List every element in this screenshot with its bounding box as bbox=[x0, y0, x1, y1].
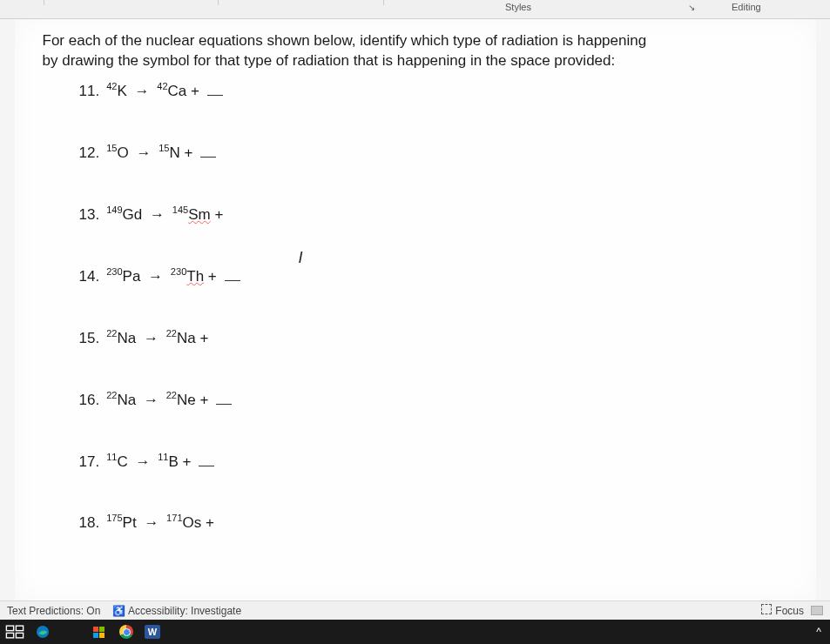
problem-18: 18. 175Pt → 171Os + bbox=[79, 513, 788, 533]
equation: 230Pa → 230Th + bbox=[106, 267, 240, 287]
problem-13: 13. 149Gd → 145Sm + bbox=[79, 205, 788, 225]
equation: 175Pt → 171Os + bbox=[106, 513, 214, 533]
arrow-icon: → bbox=[150, 206, 165, 223]
edge-browser-icon[interactable] bbox=[33, 624, 52, 640]
intro-text: For each of the nuclear equations shown … bbox=[43, 31, 788, 71]
arrow-icon: → bbox=[144, 514, 159, 531]
equation: 11C → 11B + bbox=[106, 453, 214, 473]
answer-blank[interactable] bbox=[225, 280, 240, 281]
chrome-browser-icon[interactable] bbox=[117, 624, 136, 640]
arrow-icon: → bbox=[136, 144, 151, 161]
intro-line: For each of the nuclear equations shown … bbox=[43, 31, 788, 51]
problem-number: 15. bbox=[79, 329, 100, 349]
problem-number: 13. bbox=[79, 205, 100, 225]
ribbon-bottom-row: Styles ↘ Editing bbox=[0, 0, 830, 19]
task-view-icon[interactable] bbox=[5, 624, 24, 640]
problem-number: 18. bbox=[79, 513, 100, 533]
equation: 22Na → 22Ne + bbox=[106, 391, 232, 411]
word-app-icon[interactable]: W bbox=[145, 625, 160, 639]
text-cursor-icon: I bbox=[299, 247, 303, 268]
problem-16: 16. 22Na → 22Ne + bbox=[79, 391, 788, 411]
focus-icon bbox=[761, 604, 772, 614]
read-mode-icon[interactable] bbox=[811, 606, 823, 615]
arrow-icon: → bbox=[144, 392, 159, 408]
arrow-icon: → bbox=[135, 83, 150, 99]
focus-mode-button[interactable]: Focus bbox=[761, 604, 804, 617]
equation: 15O → 15N + bbox=[106, 144, 216, 164]
svg-rect-1 bbox=[16, 626, 23, 631]
problem-number: 12. bbox=[79, 144, 100, 164]
problem-number: 16. bbox=[79, 391, 100, 411]
document-page: For each of the nuclear equations shown … bbox=[15, 19, 816, 600]
status-bar: Text Predictions: On ♿ Accessibility: In… bbox=[0, 600, 830, 620]
file-explorer-icon[interactable] bbox=[61, 624, 80, 640]
microsoft-store-icon[interactable] bbox=[89, 624, 108, 640]
styles-dialog-launcher-icon[interactable]: ↘ bbox=[688, 3, 698, 13]
arrow-icon: → bbox=[144, 330, 159, 346]
answer-blank[interactable] bbox=[216, 404, 232, 405]
equation: 42K → 42Ca + bbox=[106, 82, 223, 102]
problem-14: 14. 230Pa → 230Th + bbox=[79, 267, 788, 287]
arrow-icon: → bbox=[135, 453, 150, 470]
answer-blank[interactable] bbox=[207, 95, 223, 96]
svg-rect-0 bbox=[6, 626, 13, 631]
taskbar: W ^ bbox=[0, 620, 830, 644]
svg-rect-2 bbox=[6, 633, 13, 638]
intro-line: by drawing the symbol for that type of r… bbox=[43, 51, 788, 71]
problem-number: 11. bbox=[79, 82, 100, 102]
answer-blank[interactable] bbox=[200, 157, 216, 158]
answer-blank[interactable] bbox=[199, 466, 214, 466]
problem-12: 12. 15O → 15N + bbox=[79, 144, 788, 164]
problem-11: 11. 42K → 42Ca + bbox=[79, 82, 788, 102]
arrow-icon: → bbox=[148, 268, 163, 285]
ribbon-group-styles-label: Styles bbox=[505, 2, 531, 12]
equation: 22Na → 22Na + bbox=[106, 329, 208, 349]
accessibility-status[interactable]: ♿ Accessibility: Investigate bbox=[112, 605, 241, 617]
problem-15: 15. 22Na → 22Na + bbox=[79, 329, 788, 349]
text-predictions-status[interactable]: Text Predictions: On bbox=[7, 605, 100, 617]
equation: 149Gd → 145Sm + bbox=[106, 205, 223, 225]
svg-rect-3 bbox=[16, 633, 23, 638]
problem-number: 17. bbox=[79, 453, 100, 473]
ribbon-group-editing-label: Editing bbox=[732, 2, 761, 12]
accessibility-icon: ♿ bbox=[112, 605, 125, 617]
problem-17: 17. 11C → 11B + bbox=[79, 453, 788, 473]
tray-chevron-up-icon[interactable]: ^ bbox=[816, 626, 821, 638]
problem-number: 14. bbox=[79, 267, 100, 287]
